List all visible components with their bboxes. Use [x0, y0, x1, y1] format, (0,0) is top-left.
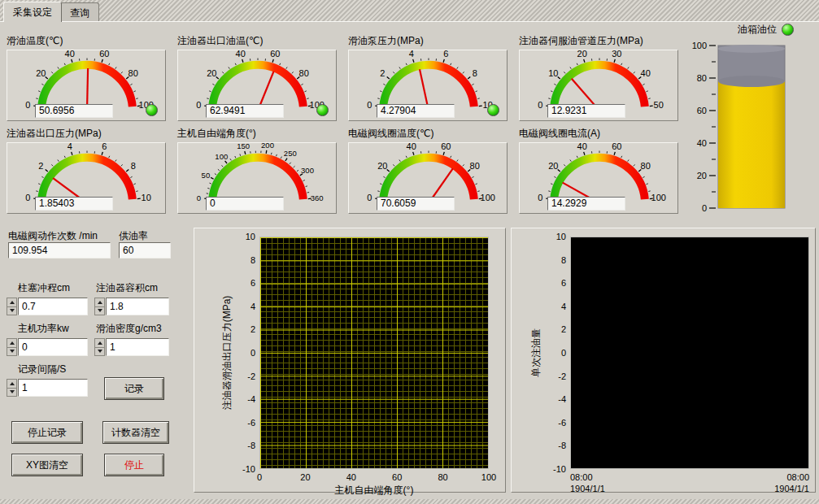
- supply-rate-display[interactable]: [119, 242, 171, 259]
- svg-text:80: 80: [299, 68, 309, 78]
- gauge-dial: 02468101.85403: [7, 142, 166, 214]
- tab-collection-settings[interactable]: 采集设定: [3, 2, 62, 22]
- decrement-button[interactable]: [94, 347, 105, 357]
- svg-text:200: 200: [261, 143, 274, 150]
- engine-power-input[interactable]: [18, 338, 88, 356]
- time-chart-x-labels: 08:00 1904/1/1 08:00 1904/1/1: [570, 472, 809, 495]
- gauge-value-display[interactable]: 4.27904: [377, 104, 455, 118]
- time-axis-start: 08:00 1904/1/1: [570, 472, 605, 495]
- svg-text:0: 0: [702, 203, 707, 213]
- xy-chart-y-axis-title: 注油器滑油出口压力(MPa): [220, 296, 234, 411]
- stop-button[interactable]: 停止: [104, 454, 164, 476]
- svg-text:50: 50: [202, 171, 211, 180]
- svg-text:10: 10: [548, 68, 558, 78]
- gauge-value-display[interactable]: 50.6956: [35, 104, 113, 118]
- gauge-title: 主机自由端角度(°): [177, 127, 340, 141]
- stepper-buttons: [7, 379, 17, 397]
- gauge-injector-outlet-pressure: 注油器出口压力(MPa)02468101.85403: [7, 127, 169, 214]
- decrement-button[interactable]: [7, 347, 17, 357]
- oil-tank-indicator: 100806040200: [687, 42, 797, 217]
- svg-text:40: 40: [697, 138, 707, 148]
- time-axis-end: 08:00 1904/1/1: [774, 472, 809, 495]
- plunger-stroke-label: 柱塞冲程cm: [18, 281, 70, 295]
- down-arrow-icon: [98, 350, 102, 353]
- stepper-buttons: [7, 298, 17, 315]
- gauge-value-display[interactable]: 62.9491: [206, 104, 284, 118]
- y-tick-label: 6: [250, 278, 255, 288]
- svg-text:0: 0: [367, 100, 372, 110]
- svg-text:0: 0: [367, 193, 372, 202]
- gauge-lube-pump-pressure: 滑油泵压力(MPa)02468104.27904: [348, 34, 511, 121]
- y-tick-label: -8: [558, 441, 566, 450]
- oil-density-stepper: [94, 338, 169, 356]
- action-count-label: 电磁阀动作次数 /min: [8, 229, 98, 243]
- oil-density-input[interactable]: [106, 338, 169, 356]
- y-tick-label: -10: [553, 464, 566, 474]
- y-tick-label: 10: [246, 232, 255, 241]
- xy-clear-button[interactable]: XY图清空: [11, 454, 83, 476]
- gauge-value-display[interactable]: 12.9231: [547, 104, 625, 118]
- gauge-title: 注油器出口油温(℃): [177, 34, 340, 48]
- record-button[interactable]: 记录: [104, 377, 164, 400]
- svg-text:100: 100: [651, 193, 666, 202]
- y-tick-label: -6: [558, 418, 566, 428]
- y-tick-label: -10: [242, 464, 255, 474]
- record-interval-input[interactable]: [18, 379, 88, 397]
- gauge-dial: 02040608010050.6956: [7, 50, 166, 121]
- gauge-engine-free-end-angle: 主机自由端角度(°)0501001502002503003600: [177, 127, 340, 214]
- time-chart-plot-area[interactable]: [570, 237, 809, 469]
- plunger-stroke-stepper: [7, 298, 88, 315]
- svg-text:40: 40: [407, 143, 416, 151]
- decrement-button[interactable]: [7, 306, 17, 316]
- gauge-dial: 02040608010070.6059: [348, 142, 508, 214]
- start-date: 1904/1/1: [570, 484, 605, 495]
- svg-text:60: 60: [99, 50, 109, 59]
- counter-clear-button[interactable]: 计数器清空: [102, 421, 169, 444]
- decrement-button[interactable]: [7, 388, 17, 398]
- plunger-stroke-input[interactable]: [18, 298, 88, 315]
- gauge-value-display[interactable]: 0: [206, 197, 284, 211]
- y-tick-label: 0: [561, 348, 566, 358]
- svg-text:80: 80: [129, 68, 138, 78]
- down-arrow-icon: [10, 309, 15, 312]
- xy-chart-x-ticks: 020406080100: [259, 472, 489, 484]
- tab-query[interactable]: 查询: [60, 2, 99, 21]
- svg-text:20: 20: [36, 68, 46, 78]
- gauge-value-display[interactable]: 70.6059: [377, 197, 455, 211]
- oil-density-label: 滑油密度g/cm3: [96, 322, 162, 336]
- y-tick-label: 0: [250, 348, 255, 358]
- gauge-lube-oil-temp: 滑油温度(℃)02040608010050.6956: [7, 34, 169, 121]
- gauge-dial: 02468104.27904: [348, 50, 508, 121]
- gauge-dial: 02040608010062.9491: [177, 50, 337, 121]
- gauge-dial: 0501001502002503003600: [177, 142, 337, 214]
- svg-text:300: 300: [301, 166, 314, 175]
- svg-text:10: 10: [142, 193, 151, 202]
- status-led-icon: [487, 104, 499, 116]
- y-tick-label: 2: [250, 324, 255, 334]
- y-tick-label: 4: [561, 302, 566, 311]
- up-arrow-icon: [10, 301, 15, 304]
- xy-chart-plot-area[interactable]: [259, 237, 489, 469]
- y-tick-label: -8: [247, 441, 255, 450]
- y-tick-label: 6: [561, 278, 566, 288]
- svg-text:0: 0: [25, 100, 30, 110]
- decrement-button[interactable]: [94, 306, 105, 316]
- svg-text:0: 0: [25, 193, 30, 202]
- svg-text:0: 0: [538, 100, 542, 110]
- start-time: 08:00: [570, 472, 605, 484]
- gauge-title: 注油器伺服油管道压力(MPa): [519, 34, 682, 48]
- stop-record-button[interactable]: 停止记录: [11, 421, 83, 444]
- down-arrow-icon: [10, 390, 15, 393]
- xy-chart-y-ticks: 1086420-2-4-6-8-10: [235, 237, 257, 469]
- record-interval-label: 记录间隔/S: [18, 363, 66, 376]
- svg-text:20: 20: [207, 68, 216, 78]
- svg-text:4: 4: [68, 143, 72, 151]
- injector-volume-input[interactable]: [106, 298, 169, 315]
- gauge-value-display[interactable]: 14.2929: [547, 197, 625, 211]
- status-led-icon: [316, 104, 329, 116]
- action-count-display[interactable]: [8, 242, 111, 259]
- svg-text:40: 40: [577, 143, 587, 151]
- stepper-buttons: [94, 338, 105, 356]
- gauge-value-display[interactable]: 1.85403: [35, 197, 113, 211]
- svg-text:30: 30: [612, 50, 621, 59]
